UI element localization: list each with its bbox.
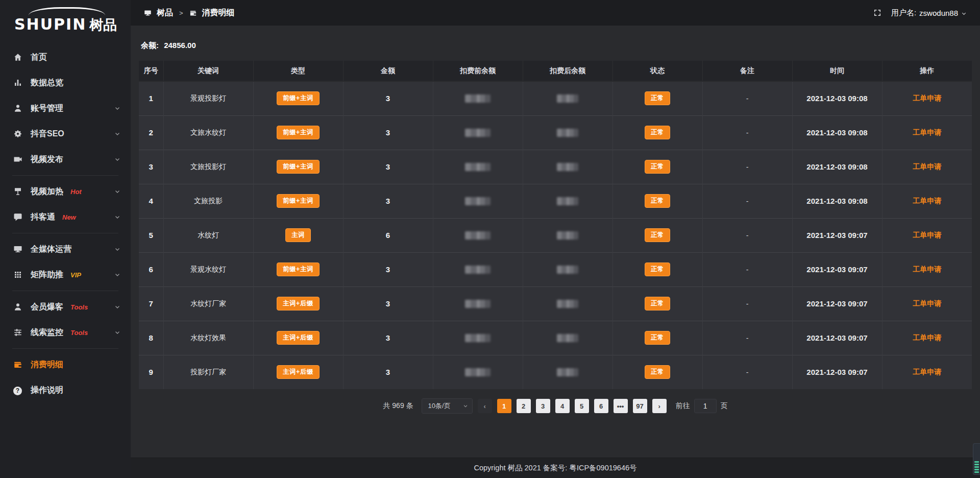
sidebar-item-account[interactable]: 账号管理 xyxy=(0,95,131,121)
sidebar-nav: 首页 数据总览 账号管理 抖音SEO 视频发布 视频加热 xyxy=(0,44,131,403)
sidebar-item-douyin-seo[interactable]: 抖音SEO xyxy=(0,121,131,147)
work-order-link[interactable]: 工单申请 xyxy=(913,128,941,136)
status-badge: 正常 xyxy=(645,331,670,345)
monitor-icon xyxy=(13,245,22,254)
page-size-select[interactable]: 10条/页 xyxy=(422,398,473,414)
user-menu[interactable]: 用户名: zswodun88 xyxy=(891,8,967,18)
cell-status: 正常 xyxy=(612,321,702,355)
cell-keyword: 景观投影灯 xyxy=(163,81,253,115)
cell-type: 主词+后缀 xyxy=(253,355,343,389)
nav-divider xyxy=(12,175,118,176)
cell-time: 2021-12-03 09:07 xyxy=(792,218,882,252)
floating-widget[interactable] xyxy=(973,443,980,475)
sidebar-item-douketong[interactable]: 抖客通 New xyxy=(0,204,131,230)
user-label: 用户名: xyxy=(891,8,916,18)
balance-after-blur xyxy=(557,163,578,171)
cell-action: 工单申请 xyxy=(882,218,972,252)
balance-after-blur xyxy=(557,266,578,274)
sidebar-item-video-publish[interactable]: 视频发布 xyxy=(0,147,131,172)
logo-arc-decoration xyxy=(29,7,105,15)
cell-balance-before xyxy=(433,115,523,150)
balance-before-blur xyxy=(465,231,491,240)
cell-balance-after xyxy=(523,355,612,389)
sidebar-item-matrix-boost[interactable]: 矩阵助推 VIP xyxy=(0,262,131,288)
type-badge: 主词 xyxy=(285,228,311,242)
page-button-5[interactable]: 5 xyxy=(575,399,589,413)
type-badge: 前缀+主词 xyxy=(277,194,320,208)
cell-balance-before xyxy=(433,218,523,252)
table-row: 8 水纹灯效果 主词+后缀 3 正常 - 2021-12-03 09:07 工单… xyxy=(139,321,972,355)
work-order-link[interactable]: 工单申请 xyxy=(913,368,941,376)
breadcrumb-item-home[interactable]: 树品 xyxy=(157,8,173,18)
page-button-2[interactable]: 2 xyxy=(517,399,531,413)
status-badge: 正常 xyxy=(645,194,670,208)
cell-remark: - xyxy=(702,150,792,184)
table-row: 7 水纹灯厂家 主词+后缀 3 正常 - 2021-12-03 09:07 工单… xyxy=(139,286,972,321)
type-badge: 前缀+主词 xyxy=(277,262,320,276)
sidebar-item-label: 会员爆客 xyxy=(31,302,63,313)
balance-before-blur xyxy=(465,129,491,137)
work-order-link[interactable]: 工单申请 xyxy=(913,299,941,307)
cell-keyword: 水纹灯厂家 xyxy=(163,286,253,321)
sidebar-item-help[interactable]: ? 操作说明 xyxy=(0,377,131,403)
time-value: 2021-12-03 09:07 xyxy=(806,265,867,274)
col-keyword: 关键词 xyxy=(163,61,253,81)
sidebar-item-data-overview[interactable]: 数据总览 xyxy=(0,70,131,95)
ellipsis-page-button[interactable]: ••• xyxy=(614,399,628,413)
breadcrumb: 树品 > 消费明细 xyxy=(144,8,235,18)
cell-type: 主词+后缀 xyxy=(253,286,343,321)
sidebar-item-clue-monitor[interactable]: 线索监控 Tools xyxy=(0,320,131,345)
logo-text-en: SHUPIN xyxy=(14,15,86,33)
consume-table: 序号 关键词 类型 金额 扣费前余额 扣费后余额 状态 备注 时间 操作 1 景… xyxy=(139,61,972,389)
time-value: 2021-12-03 09:07 xyxy=(806,299,867,308)
work-order-link[interactable]: 工单申请 xyxy=(913,231,941,239)
next-page-button[interactable]: › xyxy=(652,399,667,413)
prev-page-button[interactable]: ‹ xyxy=(478,399,492,413)
nav-divider xyxy=(12,233,118,233)
table-header-row: 序号 关键词 类型 金额 扣费前余额 扣费后余额 状态 备注 时间 操作 xyxy=(139,61,972,81)
status-badge: 正常 xyxy=(645,365,670,379)
work-order-link[interactable]: 工单申请 xyxy=(913,197,941,205)
page-button-4[interactable]: 4 xyxy=(555,399,570,413)
time-value: 2021-12-03 09:08 xyxy=(806,197,867,205)
sidebar-item-home[interactable]: 首页 xyxy=(0,44,131,70)
copyright-text: Copyright 树品 2021 备案号: 粤ICP备09019646号 xyxy=(474,463,636,473)
cell-amount: 3 xyxy=(343,355,433,389)
brand-logo[interactable]: SHUPIN 树品 xyxy=(0,0,131,37)
page-button-97[interactable]: 97 xyxy=(633,399,647,413)
sidebar-item-all-media[interactable]: 全媒体运营 xyxy=(0,236,131,262)
page-button-3[interactable]: 3 xyxy=(536,399,550,413)
chevron-down-icon xyxy=(114,214,120,220)
balance-after-blur xyxy=(557,94,578,103)
fullscreen-icon[interactable] xyxy=(873,8,882,17)
cell-balance-after xyxy=(523,252,612,286)
cell-status: 正常 xyxy=(612,218,702,252)
cell-status: 正常 xyxy=(612,150,702,184)
balance-after-blur xyxy=(557,197,578,205)
work-order-link[interactable]: 工单申请 xyxy=(913,333,941,342)
cell-type: 前缀+主词 xyxy=(253,252,343,286)
cell-balance-before xyxy=(433,150,523,184)
goto-label: 前往 xyxy=(676,401,690,411)
work-order-link[interactable]: 工单申请 xyxy=(913,94,941,102)
sidebar-item-consume-detail[interactable]: 消费明细 xyxy=(0,352,131,377)
goto-page-input[interactable] xyxy=(694,399,717,413)
balance-before-blur xyxy=(465,368,491,376)
balance-after-blur xyxy=(557,368,578,376)
page-button-6[interactable]: 6 xyxy=(594,399,608,413)
work-order-link[interactable]: 工单申请 xyxy=(913,265,941,273)
total-count: 共 969 条 xyxy=(383,401,413,411)
sidebar-item-member-baoke[interactable]: 会员爆客 Tools xyxy=(0,294,131,320)
cell-index: 3 xyxy=(139,150,163,184)
chevron-down-icon xyxy=(114,188,120,195)
cell-time: 2021-12-03 09:07 xyxy=(792,252,882,286)
cell-type: 前缀+主词 xyxy=(253,150,343,184)
table-row: 4 文旅投影 前缀+主词 3 正常 - 2021-12-03 09:08 工单申… xyxy=(139,184,972,218)
hot-icon xyxy=(13,187,22,196)
goto-suffix: 页 xyxy=(721,401,728,411)
page-button-1[interactable]: 1 xyxy=(497,399,511,413)
sidebar-item-video-heat[interactable]: 视频加热 Hot xyxy=(0,179,131,204)
home-icon xyxy=(13,53,22,62)
work-order-link[interactable]: 工单申请 xyxy=(913,162,941,171)
cell-amount: 3 xyxy=(343,150,433,184)
